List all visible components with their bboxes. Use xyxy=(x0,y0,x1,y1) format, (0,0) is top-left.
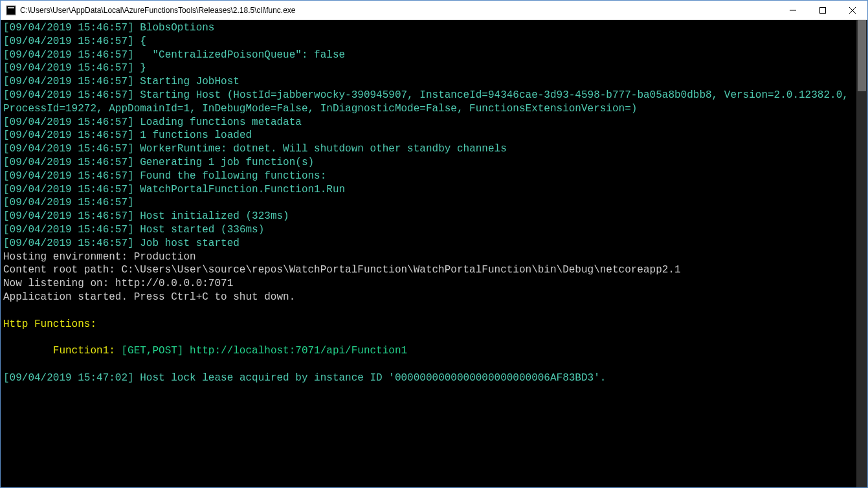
log-line: Host lock lease acquired by instance ID … xyxy=(140,372,606,384)
log-line: Found the following functions: xyxy=(140,170,326,182)
app-icon xyxy=(6,5,16,16)
log-line: Loading functions metadata xyxy=(140,116,302,128)
log-line: BlobsOptions xyxy=(140,22,214,34)
timestamp: [09/04/2019 15:46:57] xyxy=(3,22,134,34)
window-titlebar: C:\Users\User\AppData\Local\AzureFunctio… xyxy=(1,1,867,20)
timestamp: [09/04/2019 15:46:57] xyxy=(3,238,134,249)
log-line: "CentralizedPoisonQueue": false xyxy=(140,49,345,61)
log-line: Starting JobHost xyxy=(140,76,239,87)
timestamp: [09/04/2019 15:46:57] xyxy=(3,49,134,61)
window-title: C:\Users\User\AppData\Local\AzureFunctio… xyxy=(20,6,778,15)
timestamp: [09/04/2019 15:46:57] xyxy=(3,224,134,236)
log-line: Now listening on: http://0.0.0.0:7071 xyxy=(3,277,854,291)
log-line: Content root path: C:\Users\User\source\… xyxy=(3,263,854,277)
scrollbar-thumb[interactable] xyxy=(858,20,866,91)
svg-rect-3 xyxy=(820,7,826,13)
timestamp: [09/04/2019 15:46:57] xyxy=(3,157,134,168)
function-name: Function1: xyxy=(53,345,122,357)
function-endpoint: [GET,POST] http://localhost:7071/api/Fun… xyxy=(121,345,407,357)
timestamp: [09/04/2019 15:46:57] xyxy=(3,62,134,74)
maximize-button[interactable] xyxy=(808,1,838,19)
minimize-button[interactable] xyxy=(778,1,808,19)
log-line: WatchPortalFunction.Function1.Run xyxy=(140,184,345,195)
log-line: Application started. Press Ctrl+C to shu… xyxy=(3,291,854,304)
log-line: 1 functions loaded xyxy=(140,129,252,141)
timestamp: [09/04/2019 15:46:57] xyxy=(3,170,134,182)
timestamp: [09/04/2019 15:46:57] xyxy=(3,184,134,195)
log-line: Generating 1 job function(s) xyxy=(140,157,314,168)
log-line: Job host started xyxy=(140,238,239,249)
svg-rect-1 xyxy=(8,7,14,8)
log-line: WorkerRuntime: dotnet. Will shutdown oth… xyxy=(140,143,507,155)
vertical-scrollbar[interactable] xyxy=(856,20,867,487)
console-area: [09/04/2019 15:46:57] BlobsOptions[09/04… xyxy=(1,20,867,487)
window-controls xyxy=(778,1,867,19)
timestamp: [09/04/2019 15:46:57] xyxy=(3,143,134,155)
log-line: Host started (336ms) xyxy=(140,224,264,236)
log-line: Hosting environment: Production xyxy=(3,250,854,264)
log-line: { xyxy=(140,36,146,47)
timestamp: [09/04/2019 15:46:57] xyxy=(3,197,134,208)
log-line: } xyxy=(140,62,146,74)
timestamp: [09/04/2019 15:46:57] xyxy=(3,129,134,141)
timestamp: [09/04/2019 15:46:57] xyxy=(3,36,134,47)
timestamp: [09/04/2019 15:46:57] xyxy=(3,89,134,101)
log-line: Host initialized (323ms) xyxy=(140,210,289,222)
timestamp: [09/04/2019 15:46:57] xyxy=(3,76,134,87)
timestamp: [09/04/2019 15:46:57] xyxy=(3,116,134,128)
timestamp: [09/04/2019 15:46:57] xyxy=(3,210,134,222)
http-functions-header: Http Functions: xyxy=(3,318,854,331)
close-button[interactable] xyxy=(838,1,867,19)
console-output[interactable]: [09/04/2019 15:46:57] BlobsOptions[09/04… xyxy=(1,20,856,487)
timestamp: [09/04/2019 15:47:02] xyxy=(3,372,134,384)
